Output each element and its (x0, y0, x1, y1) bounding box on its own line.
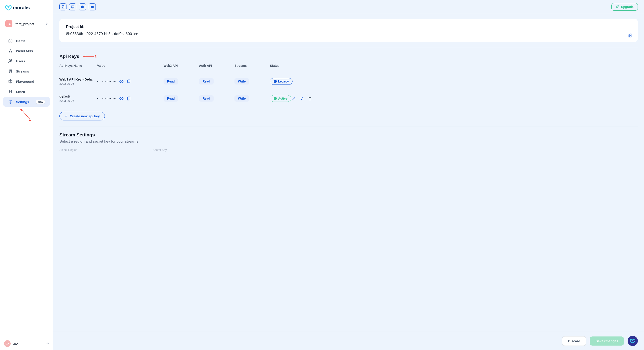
col-status: Status (270, 63, 316, 69)
youtube-icon-button[interactable] (89, 3, 96, 11)
project-selector[interactable]: TE test_project (3, 19, 50, 29)
web3-permission: Read (164, 95, 178, 102)
nav-streams[interactable]: Streams (3, 66, 50, 76)
create-api-key-button[interactable]: Create new api key (60, 112, 105, 120)
key-date: 2023-09-06 (60, 99, 97, 103)
svg-rect-20 (128, 80, 130, 83)
api-key-row: Web3 API Key - Defa... 2023-09-06 ··· ··… (60, 73, 638, 90)
divider (60, 126, 638, 126)
svg-point-2 (10, 49, 11, 50)
streams-permission: Write (234, 78, 249, 85)
discard-button[interactable]: Discard (562, 336, 586, 346)
user-name: xxx (13, 342, 44, 345)
key-name: default (60, 95, 97, 98)
create-api-key-label: Create new api key (70, 114, 100, 118)
status-badge: ✓Active (270, 95, 291, 102)
svg-point-1 (11, 52, 12, 52)
footer: Discard Save Changes (53, 331, 644, 350)
playground-icon (8, 79, 13, 84)
help-fab[interactable] (628, 336, 638, 346)
plus-icon (64, 115, 68, 118)
project-badge: TE (5, 20, 12, 27)
col-name: Api Keys Name (60, 63, 97, 69)
key-masked-value: ··· ··· ··· ··· (97, 97, 116, 100)
copy-key-button[interactable] (126, 96, 131, 101)
chevron-up-icon (46, 342, 49, 345)
docs-icon-button[interactable] (60, 3, 66, 11)
svg-point-7 (11, 72, 12, 73)
nav-label: Learn (16, 90, 25, 94)
svg-rect-12 (71, 6, 74, 8)
nav-web3apis[interactable]: Web3 APIs (3, 46, 50, 56)
save-changes-button[interactable]: Save Changes (590, 336, 624, 345)
key-name: Web3 API Key - Defa... (60, 77, 97, 81)
col-value: Value (97, 63, 164, 69)
annotation-arrow-2: 2 (83, 55, 96, 58)
nav-label: Users (16, 59, 25, 63)
nav-playground[interactable]: Playground (3, 77, 50, 86)
auth-permission: Read (199, 95, 214, 102)
discord-icon-button[interactable] (79, 3, 86, 11)
content: Project Id: 8b05336b-d922-4379-bb8a-ddf0… (53, 14, 644, 331)
learn-icon (8, 89, 13, 94)
nav-label: Web3 APIs (16, 49, 33, 53)
new-tag: New (36, 100, 45, 104)
svg-point-14 (83, 7, 83, 7)
svg-point-8 (10, 101, 11, 103)
col-web3: Web3 API (164, 63, 199, 69)
nav-home[interactable]: Home (3, 36, 50, 46)
project-id-label: Project Id: (66, 25, 631, 29)
svg-line-19 (120, 80, 123, 83)
svg-point-16 (618, 6, 618, 7)
nav: Home Web3 APIs Users Streams Playground … (0, 35, 53, 337)
nav-settings[interactable]: Settings New (3, 97, 50, 107)
api-keys-title: Api Keys (60, 54, 79, 59)
chevron-right-icon (46, 23, 48, 25)
svg-line-22 (120, 97, 123, 100)
logo[interactable]: moralis (0, 0, 53, 15)
main: Upgrade Project Id: 8b05336b-d922-4379-b… (53, 0, 644, 350)
svg-point-13 (82, 7, 82, 7)
copy-project-id-button[interactable] (628, 33, 632, 38)
logo-icon (5, 5, 12, 11)
svg-point-6 (10, 71, 11, 72)
api-key-row: default 2023-09-06 ··· ··· ··· ··· Read … (60, 90, 638, 107)
api-icon (8, 48, 13, 53)
svg-point-4 (11, 60, 12, 61)
stream-settings-title: Stream Settings (60, 132, 638, 138)
project-id-card: Project Id: 8b05336b-d922-4379-bb8a-ddf0… (60, 19, 638, 42)
gear-icon (8, 99, 13, 104)
sidebar: moralis TE test_project Home Web3 APIs U… (0, 0, 53, 350)
dashboard-icon-button[interactable] (69, 3, 76, 11)
nav-users[interactable]: Users (3, 56, 50, 66)
delete-key-button[interactable] (308, 97, 312, 101)
svg-point-0 (9, 52, 10, 52)
col-streams: Streams (234, 63, 270, 69)
rocket-icon (616, 5, 619, 9)
col-auth: Auth API (199, 63, 234, 69)
key-masked-value: ··· ··· ··· ··· (97, 80, 116, 83)
key-date: 2023-09-06 (60, 82, 97, 85)
rotate-key-button[interactable] (300, 97, 304, 101)
user-menu[interactable]: DA xxx (0, 337, 53, 350)
logo-text: moralis (13, 5, 30, 11)
reveal-key-button[interactable] (119, 79, 124, 84)
topbar: Upgrade (53, 0, 644, 14)
upgrade-button[interactable]: Upgrade (612, 3, 638, 11)
edit-key-button[interactable] (292, 97, 296, 101)
user-avatar: DA (4, 340, 11, 347)
reveal-key-button[interactable] (119, 96, 124, 101)
nav-learn[interactable]: Learn (3, 87, 50, 97)
nav-label: Streams (16, 69, 29, 73)
project-id-value: 8b05336b-d922-4379-bb8a-ddf0ca6001ce (66, 32, 631, 36)
nav-label: Home (16, 39, 25, 43)
web3-permission: Read (164, 78, 178, 85)
home-icon (8, 38, 13, 43)
svg-point-5 (9, 72, 10, 73)
copy-key-button[interactable] (126, 79, 131, 84)
streams-permission: Write (234, 95, 249, 102)
api-keys-header: Api Keys 2 (60, 54, 638, 59)
svg-rect-23 (128, 97, 130, 100)
annotation-2-label: 2 (95, 55, 96, 58)
stream-settings-desc: Select a region and secret key for your … (60, 139, 638, 144)
